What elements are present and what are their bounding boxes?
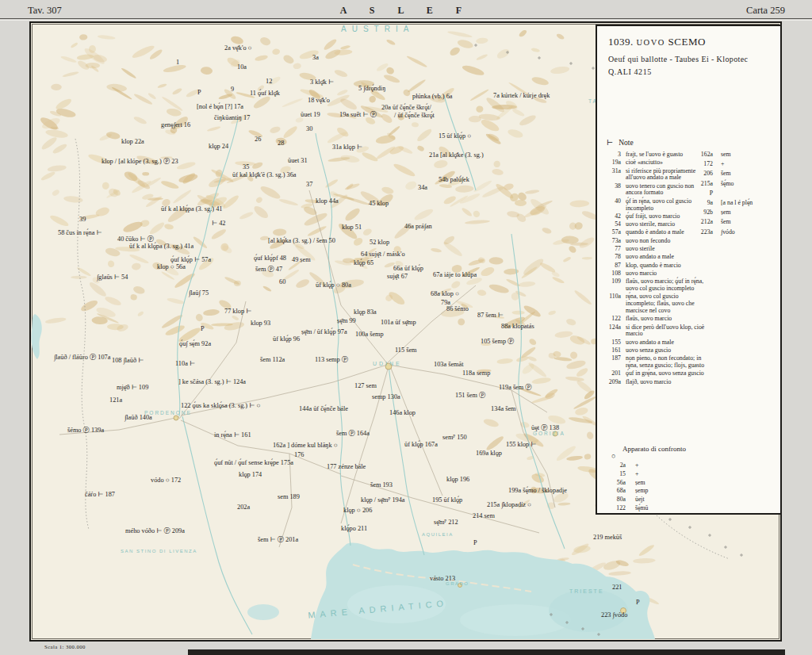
note-entry: 78uovo andato a male — [602, 254, 718, 261]
atlas-sheet: { "header": {"left": "Tav. 307", "center… — [0, 0, 812, 655]
notes-header: ⊢Note — [607, 138, 634, 147]
note-entry: 155uovo andato a male — [602, 339, 718, 347]
note-text: + — [630, 462, 689, 469]
note-entry: 209aflajð, uovo marcio — [602, 379, 718, 386]
note-text: ∫vódo — [718, 229, 778, 236]
note-text: šę́mŭ — [630, 505, 689, 512]
roads — [59, 190, 555, 547]
note-point-number: 78 — [602, 254, 626, 261]
note-point-number: 110a — [602, 293, 626, 314]
map-title-number: 1039. — [608, 36, 634, 48]
note-entry: 212ašem — [686, 219, 779, 226]
note-entry: 109flaŭs, uovo marcio; ǫ́uf in rę́na, uo… — [602, 278, 718, 293]
note-entry: 215ašę́mo — [686, 181, 779, 188]
note-entry: 206šem — [686, 170, 779, 178]
note-point-number: 201 — [602, 370, 626, 377]
note-text: non pieno, o non fecondato; in rę́na, se… — [626, 355, 705, 370]
note-point-number: 80a — [602, 496, 630, 504]
note-point-number: 124a — [602, 324, 626, 339]
note-point-number: 92b — [686, 209, 718, 216]
note-entry: 68aṣemp — [602, 488, 689, 495]
note-text: ŭejt — [630, 496, 689, 504]
note-point-number: P — [686, 190, 718, 197]
note-point-number: 122 — [602, 316, 626, 323]
note-point-number: 172 — [686, 161, 718, 168]
map-title-small-caps: UOVO — [637, 38, 665, 47]
note-entry: 92bṣem — [686, 209, 779, 216]
note-point-number: 9a — [686, 200, 718, 207]
circle-icon: ○ — [611, 452, 615, 460]
note-entry: 172+ — [686, 161, 779, 168]
note-text: flaŭs, uovo marcio — [626, 316, 705, 323]
note-entry: 110arę́na, uovo col guscio incompleto; f… — [602, 293, 718, 314]
flag-icon: ⊢ — [607, 139, 613, 147]
note-point-number: 215a — [686, 181, 718, 188]
note-point-number: 223a — [686, 229, 718, 236]
note-entry: 161uovo senza guscio — [602, 347, 718, 354]
note-entry: 108uovo marcio — [602, 270, 718, 278]
note-point-number: 31a — [602, 168, 626, 182]
header-rule-highlight — [0, 20, 812, 21]
note-point-number: 3 — [602, 151, 626, 159]
note-entry: 56aṣem — [602, 480, 689, 487]
note-point-number: 56a — [602, 480, 630, 487]
note-text: si dice però dell'uovo klop, cioè marcio — [626, 324, 705, 339]
note-entry: 122šę́mŭ — [602, 505, 689, 512]
note-text: sem — [718, 151, 778, 159]
note-text: šę́mo — [718, 181, 778, 188]
note-text: flaŭs, uovo marcio; ǫ́uf in rę́na, uovo … — [626, 278, 705, 293]
sheet-bottom-edge — [188, 649, 785, 655]
note-point-number: 40 — [602, 198, 626, 213]
gulf-of-trieste — [549, 589, 628, 632]
note-point-number: 38 — [602, 183, 626, 197]
notes-column-right: 162asem172+206šem215ašę́moP9a[a na l é p… — [686, 151, 779, 239]
note-point-number: 109 — [602, 278, 626, 293]
note-point-number: 54 — [602, 221, 626, 228]
note-point-number: 19a — [602, 159, 626, 167]
note-entry: 87klop, quando è marcio — [602, 262, 718, 270]
note-entry: 80aŭejt — [602, 496, 689, 504]
note-text: uovo senza guscio — [626, 347, 705, 354]
note-text: rę́na, uovo col guscio incompleto; flaŭs… — [626, 293, 705, 314]
note-entry: 15+ — [602, 471, 689, 478]
note-point-number: 162a — [686, 151, 718, 159]
note-point-number: 108 — [602, 270, 626, 278]
note-text: klop, quando è marcio — [626, 262, 705, 270]
note-text: šem — [718, 219, 778, 226]
note-point-number: 155 — [602, 339, 626, 347]
note-text: ǫ́uf in grę́na, uovo senza guscio — [626, 370, 705, 377]
note-entry: 122flaŭs, uovo marcio — [602, 316, 718, 323]
note-entry: 162asem — [686, 151, 779, 159]
header-rule — [0, 18, 812, 19]
questionnaire-ref: Q.ALI 4215 — [608, 67, 652, 76]
note-point-number: 73a — [602, 238, 626, 245]
note-point-number: 68a — [602, 488, 630, 495]
note-text: [a na l é plę́n — [718, 200, 778, 207]
map-title: 1039. UOVO SCEMO — [608, 36, 706, 48]
note-point-number: 209a — [602, 379, 626, 386]
note-text: šem — [718, 170, 778, 178]
note-point-number: 2a — [602, 462, 630, 469]
note-point-number: 15 — [602, 471, 630, 478]
note-text: uovo andato a male — [626, 254, 705, 261]
scale-note: Scala 1: 300.000 — [44, 644, 86, 649]
note-point-number: 87 — [602, 262, 626, 270]
map-number: Carta 259 — [746, 5, 785, 17]
map-subtitle: Oeuf qui ballotte - Taubes Ei - Klopotec — [608, 55, 748, 63]
atlas-title: A S L E F — [0, 5, 812, 17]
note-point-number: 187 — [602, 355, 626, 370]
sheet-header: Tav. 307 A S L E F Carta 259 — [0, 3, 812, 17]
note-text: uovo andato a male — [626, 339, 705, 347]
note-text: + — [718, 161, 778, 168]
note-point-number: 212a — [686, 219, 718, 226]
note-point-number: 161 — [602, 347, 626, 354]
note-entry: 9a[a na l é plę́n — [686, 200, 779, 207]
lake — [31, 314, 41, 359]
note-entry: 187non pieno, o non fecondato; in rę́na,… — [602, 355, 718, 370]
note-point-number: 57a — [602, 229, 626, 236]
note-text: uovo marcio — [626, 270, 705, 278]
sea-highlight — [347, 585, 446, 623]
note-entry: P — [686, 190, 779, 197]
note-text: ṣem — [718, 209, 778, 216]
note-text: + — [630, 471, 689, 478]
